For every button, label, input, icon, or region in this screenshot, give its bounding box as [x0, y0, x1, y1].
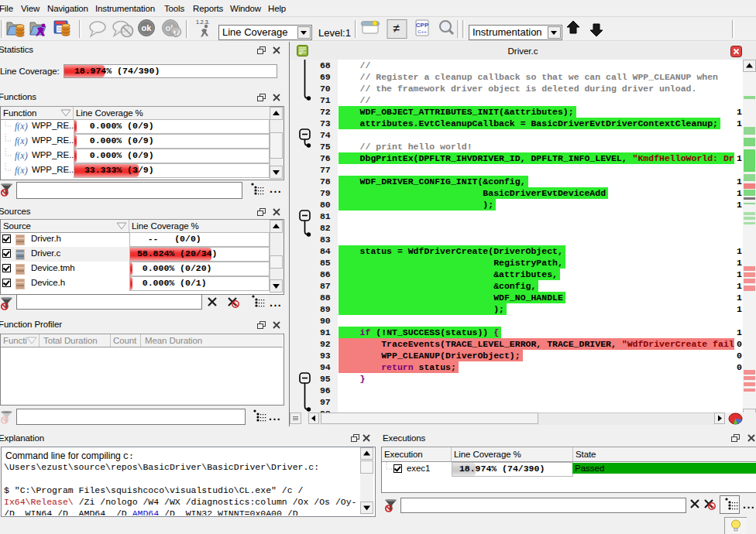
svg-text:ok: ok	[142, 23, 153, 33]
svg-text:C++: C++	[418, 29, 427, 34]
svg-text:≠: ≠	[393, 22, 400, 35]
svg-text:CPP: CPP	[416, 22, 429, 29]
svg-text:1.2.3.: 1.2.3.	[196, 19, 210, 25]
